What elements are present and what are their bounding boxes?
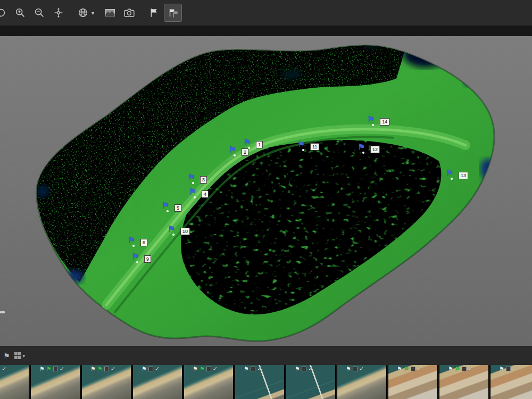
check-icon: ✓ [257,366,262,372]
thumbnail-icons: ⚑✓ [244,366,262,372]
flag-icon: ⚑ [448,366,453,372]
chip-icon [251,367,255,371]
photo-thumbnail[interactable]: ⚑✓ [337,365,386,399]
flag-icon: ⚑ [346,366,351,372]
thumbnail-grid-icon[interactable] [14,352,21,359]
marker-flag-icon: ⚑ [128,236,135,245]
zoom-out-button[interactable] [31,4,48,21]
check-icon: ✓ [155,366,160,372]
photo-flag-icon[interactable]: ⚑ [3,352,10,360]
marker-flag-icon: ⚑ [187,173,195,182]
thumbnail-icons: ⚑✓ [295,366,313,372]
marker-label: 5 [174,204,181,212]
marker-flag-icon: ⚑ [297,140,305,149]
marker-flag-icon: ⚑ [358,143,365,152]
main-toolbar: ▾ [0,0,532,26]
thumbnail-icons: ⚑✓ [0,366,6,372]
marker-dot [451,178,453,180]
zoom-in-button[interactable] [12,4,29,21]
camera-button[interactable] [121,4,138,21]
flag-button[interactable] [145,4,162,21]
markers-button[interactable] [164,4,181,21]
marker-dot [194,196,196,198]
marker-dot [172,234,174,236]
chip-icon [302,367,306,371]
marker-dot [192,182,194,184]
check-icon: ✓ [111,366,115,372]
marker-flag-icon: ⚑ [229,146,236,154]
application-window: ▾ [0,0,532,399]
flag-icon: ⚑ [244,366,249,372]
check-icon: ✓ [417,366,422,372]
marker-label: 4 [202,190,209,198]
check-icon: ✓ [512,366,517,372]
photo-thumbnail[interactable]: ⚑✓ [235,365,284,399]
photo-thumbnail[interactable]: ⚑✓ [286,365,335,399]
toolbar-substrip [0,26,532,36]
marker-label: 14 [380,118,389,126]
check-icon: ✓ [60,366,64,372]
thumbnail-grid-caret[interactable]: ▾ [23,353,26,359]
photo-thumbnail[interactable]: ⚑✓ [0,365,29,399]
filmstrip-header: ⚑ ▾ [0,346,532,365]
marker-label: 6 [140,239,147,246]
marker-label: 9 [144,255,151,263]
green-flag-icon: ⚑ [97,366,103,372]
marker-label: 2 [242,148,248,156]
photo-thumbnail[interactable]: ⚑⚑✓ [388,365,437,399]
dem-button[interactable] [102,4,119,21]
chip-icon [353,367,358,371]
chip-icon [462,367,467,371]
check-icon: ✓ [213,366,218,372]
marker-dot [302,149,304,151]
clipped-gizmo [0,311,5,313]
flag-icon: ⚑ [193,366,198,372]
photo-thumbnail[interactable]: ⚑⚑✓ [82,365,131,399]
marker-label: 12 [370,146,380,153]
chip-icon [104,367,109,371]
check-icon: ✓ [468,366,473,372]
marker-flag-icon: ⚑ [168,225,175,234]
photo-thumbnail[interactable]: ⚑⚑✓ [439,365,488,399]
thumbnail-icons: ⚑✓ [346,366,364,372]
flag-icon: ⚑ [295,366,300,372]
flag-icon: ⚑ [39,366,45,372]
chip-icon [411,367,415,371]
flag-icon: ⚑ [90,366,96,372]
thumbnail-icons: ⚑⚑✓ [90,366,115,372]
marker-flag-icon: ⚑ [162,202,169,210]
photo-thumbnail[interactable]: ⚑⚑✓ [31,365,80,399]
marker-flag-icon: ⚑ [367,115,375,124]
marker-dot [372,124,374,126]
clipped-icon[interactable] [0,4,10,21]
marker-dot [234,154,236,156]
photo-thumbnail[interactable]: ⚑⚑✓ [184,365,233,399]
chip-icon [148,367,153,371]
green-flag-icon: ⚑ [404,366,409,372]
marker-label: 10 [180,228,190,235]
thumbnail-icons: ⚑⚑✓ [397,366,422,372]
marker-label: 1 [256,141,263,148]
marker-flag-icon: ⚑ [189,188,196,196]
globe-button[interactable] [74,4,92,21]
thumbnail-strip[interactable]: ⚑✓⚑⚑✓⚑⚑✓⚑✓⚑⚑✓⚑✓⚑✓⚑✓⚑⚑✓⚑⚑✓⚑✓ [0,365,532,399]
marker-dot [136,261,138,263]
flag-icon: ⚑ [397,366,402,372]
thumbnail-icons: ⚑✓ [499,366,517,372]
globe-dropdown-caret[interactable]: ▾ [92,10,94,16]
photo-thumbnail[interactable]: ⚑✓ [491,365,532,399]
thumbnail-icons: ⚑⚑✓ [39,366,64,372]
marker-dot [167,210,169,212]
marker-label: 3 [200,176,207,184]
photo-thumbnail[interactable]: ⚑✓ [133,365,182,399]
shaded-relief-model [0,36,532,346]
flag-icon: ⚑ [142,366,147,372]
check-icon: ✓ [308,366,313,372]
marker-label: 13 [459,172,468,179]
green-flag-icon: ⚑ [200,366,205,372]
model-viewport[interactable]: ⚑1⚑2⚑3⚑4⚑5⚑6⚑9⚑10⚑11⚑12⚑13⚑14 [0,36,532,346]
thumbnail-icons: ⚑⚑✓ [448,366,473,372]
navigation-button[interactable] [50,4,67,21]
green-flag-icon: ⚑ [455,366,460,372]
chip-icon [506,367,511,371]
